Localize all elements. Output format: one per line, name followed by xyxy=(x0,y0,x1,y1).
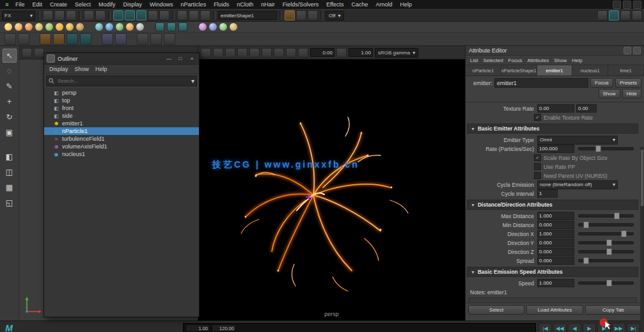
input-operations-icon[interactable] xyxy=(177,10,187,20)
node-name-field[interactable]: emitter1 xyxy=(494,78,588,88)
menu-effects[interactable]: Effects xyxy=(322,0,347,9)
gamma-field[interactable]: 1.00 xyxy=(349,48,373,57)
selection-input[interactable] xyxy=(218,11,277,20)
next-frame-button[interactable]: ▶ xyxy=(597,323,611,332)
direction-z-field[interactable]: 0.000 xyxy=(537,248,574,256)
outliner-item-turbulencefield1[interactable]: ≈ turbulenceField1 xyxy=(44,135,199,143)
shelf-gravity-icon[interactable] xyxy=(209,23,217,31)
ae-scrollbar[interactable] xyxy=(640,147,644,332)
move-tool-icon[interactable]: + xyxy=(3,95,17,109)
hide-button[interactable]: Hide xyxy=(622,89,641,99)
save-scene-icon[interactable] xyxy=(66,10,76,20)
texture-rate-field-2[interactable]: 0.00 xyxy=(576,104,597,113)
scale-tool-icon[interactable]: ▣ xyxy=(3,125,17,139)
layout-four-pane-icon[interactable]: ▦ xyxy=(3,180,17,194)
shelf-ocean-icon[interactable] xyxy=(150,33,162,45)
shelf-nconstraint-icon[interactable] xyxy=(167,22,176,31)
shelf-fluid-container-icon[interactable] xyxy=(137,33,148,45)
min-distance-field[interactable]: 0.000 xyxy=(537,221,574,229)
camera-attributes-icon[interactable] xyxy=(225,48,235,58)
viewport-canvas[interactable]: 技艺CG | www.ginxxfb.cn persp xyxy=(198,59,465,320)
previous-frame-button[interactable]: ◀ xyxy=(568,323,581,332)
layout-switch-icon[interactable] xyxy=(623,1,631,9)
outliner-menu-display[interactable]: Display xyxy=(47,66,71,72)
output-operations-icon[interactable] xyxy=(189,10,199,20)
slider-knob[interactable] xyxy=(614,212,620,219)
slider-knob[interactable] xyxy=(595,145,601,152)
outliner-titlebar[interactable]: Outliner — □ × xyxy=(44,53,199,65)
attribute-editor-body[interactable]: Texture Rate 0.00 0.00 ✓ Enable Texture … xyxy=(466,104,644,303)
render-icon[interactable] xyxy=(285,10,295,20)
outliner-search-input[interactable] xyxy=(56,77,189,84)
channel-box-toggle-icon[interactable] xyxy=(632,10,642,20)
shelf-ncache-icon[interactable] xyxy=(178,22,187,31)
outliner-search-bar[interactable]: ▾ xyxy=(46,75,197,86)
menu-fluids[interactable]: Fluids xyxy=(210,0,233,9)
menu-help[interactable]: Help xyxy=(397,0,416,9)
ae-menu-attributes[interactable]: Attributes xyxy=(524,58,551,63)
select-button[interactable]: Select xyxy=(468,305,524,315)
slider-knob[interactable] xyxy=(583,257,589,264)
scale-rate-checkbox[interactable]: ✓ xyxy=(534,154,541,161)
snap-surface-icon[interactable] xyxy=(159,10,169,20)
modeling-toolkit-icon[interactable] xyxy=(597,10,608,20)
filter-dropdown-icon[interactable]: ▾ xyxy=(191,77,194,84)
direction-y-field[interactable]: 0.000 xyxy=(537,239,574,247)
workspace-icon[interactable] xyxy=(613,1,621,9)
emitter-type-dropdown[interactable]: Omni ▾ xyxy=(537,136,618,145)
section-basic-emission-speed[interactable]: ▼ Basic Emission Speed Attributes xyxy=(467,267,638,277)
image-plane-icon[interactable] xyxy=(249,48,260,58)
shelf-nucleus-icon[interactable] xyxy=(155,22,164,31)
current-frame-field[interactable]: 1.00 xyxy=(185,324,210,332)
minimize-icon[interactable]: — xyxy=(164,54,173,63)
texture-rate-field-1[interactable]: 0.00 xyxy=(537,104,574,113)
shelf-add-item-icon[interactable] xyxy=(164,33,175,45)
snap-curve-icon[interactable] xyxy=(125,10,135,20)
tab-nparticle1[interactable]: nParticle1 xyxy=(466,65,501,75)
menu-nparticles[interactable]: nParticles xyxy=(177,0,210,9)
pane-menu-icon[interactable] xyxy=(22,48,32,58)
tab-nucleus1[interactable]: nucleus1 xyxy=(572,65,608,75)
outliner-item-side[interactable]: ◧ side xyxy=(44,112,199,120)
rate-slider[interactable] xyxy=(578,147,634,150)
scrollbar-thumb[interactable] xyxy=(641,150,643,206)
maximize-icon[interactable]: □ xyxy=(176,54,185,63)
shelf-playblast-icon[interactable] xyxy=(67,33,78,45)
spread-field[interactable]: 0.000 xyxy=(537,257,574,265)
tab-nparticleshape1[interactable]: nParticleShape1 xyxy=(501,65,537,75)
focus-button[interactable]: Focus xyxy=(590,78,613,88)
shelf-nparticle-cloud-icon[interactable] xyxy=(116,23,123,31)
gamma-icon[interactable] xyxy=(336,48,347,58)
shelf-goal-icon[interactable] xyxy=(126,23,134,31)
ae-menu-list[interactable]: List xyxy=(467,58,480,63)
ae-menu-show[interactable]: Show xyxy=(551,58,569,63)
go-to-start-button[interactable]: |◀ xyxy=(538,323,552,332)
rate-field[interactable]: 100.000 xyxy=(537,145,574,153)
shelf-fire-icon[interactable] xyxy=(15,23,22,31)
exposure-icon[interactable] xyxy=(298,48,308,58)
direction-x-field[interactable]: 1.000 xyxy=(537,230,574,238)
select-tool-icon[interactable]: ↖ xyxy=(3,49,17,63)
menu-nhair[interactable]: nHair xyxy=(257,0,279,9)
menu-set-selector[interactable]: FX ▾ xyxy=(2,11,35,20)
shelf-turbulence-icon[interactable] xyxy=(199,23,207,31)
shelf-lightning-icon[interactable] xyxy=(56,23,63,31)
attribute-editor-toggle-icon[interactable] xyxy=(609,10,619,20)
layout-two-pane-icon[interactable]: ◫ xyxy=(3,165,17,179)
menu-modify[interactable]: Modify xyxy=(95,0,120,9)
outliner-item-volumeaxisfield1[interactable]: ⊕ volumeAxisField1 xyxy=(44,143,199,150)
shelf-emitter-icon[interactable] xyxy=(4,23,12,31)
shelf-flow-icon[interactable] xyxy=(76,23,84,31)
menu-file[interactable]: File xyxy=(12,0,29,9)
paint-select-tool-icon[interactable]: ✎ xyxy=(3,79,17,93)
lasso-tool-icon[interactable]: ◌ xyxy=(3,64,17,78)
cycle-interval-field[interactable]: 1 xyxy=(537,189,558,198)
lock-camera-icon[interactable] xyxy=(213,48,223,58)
outliner-menu-show[interactable]: Show xyxy=(72,66,92,72)
select-camera-icon[interactable] xyxy=(201,48,211,58)
shelf-vortex-icon[interactable] xyxy=(219,23,227,31)
shelf-hair-icon[interactable] xyxy=(115,33,127,45)
go-to-end-button[interactable]: ▶| xyxy=(627,323,640,332)
layout-split-pane-icon[interactable]: ◱ xyxy=(3,196,17,210)
rotate-tool-icon[interactable]: ↻ xyxy=(3,110,17,124)
